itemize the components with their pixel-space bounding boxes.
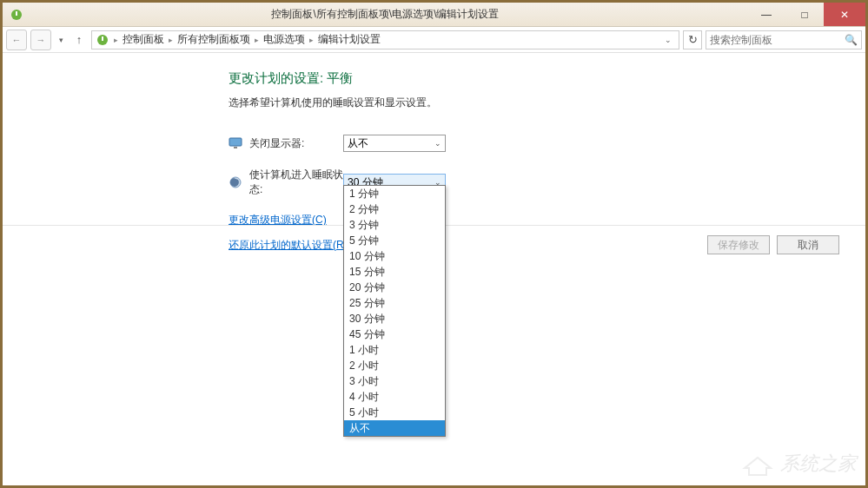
chevron-right-icon: ▸: [169, 36, 173, 44]
dropdown-item[interactable]: 2 小时: [344, 358, 445, 373]
chevron-right-icon: ▸: [255, 36, 259, 44]
svg-rect-3: [102, 36, 103, 41]
titlebar: 控制面板\所有控制面板项\电源选项\编辑计划设置 — □ ✕: [3, 3, 865, 27]
advanced-power-link[interactable]: 更改高级电源设置(C): [229, 214, 327, 226]
minimize-button[interactable]: —: [747, 3, 785, 26]
titlebar-icon: [10, 8, 23, 22]
breadcrumb-item[interactable]: 所有控制面板项: [177, 32, 250, 47]
dropdown-item[interactable]: 10 分钟: [344, 248, 445, 264]
breadcrumb-item[interactable]: 控制面板: [123, 32, 164, 47]
nav-forward-button[interactable]: →: [30, 30, 51, 50]
nav-history-dropdown[interactable]: ▾: [55, 36, 67, 44]
dropdown-item[interactable]: 5 分钟: [344, 233, 445, 248]
breadcrumb-item[interactable]: 电源选项: [263, 32, 305, 47]
dropdown-item[interactable]: 3 小时: [344, 373, 445, 389]
dropdown-item[interactable]: 1 小时: [344, 342, 445, 358]
chevron-right-icon: ▸: [114, 36, 118, 44]
display-icon: [229, 136, 242, 150]
dropdown-item[interactable]: 3 分钟: [344, 217, 445, 233]
setting-row-display: 关闭显示器: 从不 ⌄: [229, 135, 865, 152]
navbar: ← → ▾ ↑ ▸ 控制面板 ▸ 所有控制面板项 ▸ 电源选项 ▸ 编辑计划设置…: [3, 27, 865, 53]
control-panel-icon: [96, 33, 109, 47]
dropdown-item[interactable]: 2 分钟: [344, 201, 445, 217]
watermark-text: 系统之家: [780, 451, 857, 477]
nav-back-button[interactable]: ←: [6, 30, 27, 50]
svg-rect-5: [234, 147, 237, 148]
nav-up-button[interactable]: ↑: [70, 31, 88, 49]
svg-rect-1: [16, 11, 17, 16]
dropdown-item[interactable]: 15 分钟: [344, 264, 445, 280]
dropdown-item[interactable]: 30 分钟: [344, 311, 445, 326]
cancel-button[interactable]: 取消: [777, 235, 839, 254]
dropdown-item[interactable]: 4 小时: [344, 389, 445, 405]
breadcrumb-item[interactable]: 编辑计划设置: [318, 32, 381, 47]
display-off-value: 从不: [348, 136, 368, 151]
watermark: 系统之家: [740, 451, 857, 477]
svg-rect-4: [229, 138, 242, 146]
sleep-dropdown-list: 1 分钟2 分钟3 分钟5 分钟10 分钟15 分钟20 分钟25 分钟30 分…: [343, 185, 446, 437]
dropdown-item[interactable]: 20 分钟: [344, 280, 445, 295]
content-area: 更改计划的设置: 平衡 选择希望计算机使用的睡眠设置和显示设置。 关闭显示器: …: [3, 53, 865, 485]
search-input[interactable]: [710, 34, 845, 46]
breadcrumb-dropdown[interactable]: ⌄: [661, 36, 675, 44]
chevron-right-icon: ▸: [309, 36, 314, 44]
window-controls: — □ ✕: [747, 3, 865, 26]
chevron-down-icon: ⌄: [434, 139, 441, 148]
close-button[interactable]: ✕: [824, 3, 865, 26]
dropdown-item[interactable]: 1 分钟: [344, 186, 445, 201]
display-off-select[interactable]: 从不 ⌄: [343, 135, 446, 152]
page-description: 选择希望计算机使用的睡眠设置和显示设置。: [229, 96, 865, 110]
dropdown-item[interactable]: 45 分钟: [344, 326, 445, 342]
setting-row-sleep: 使计算机进入睡眠状态: 30 分钟 ⌄ 1 分钟2 分钟3 分钟5 分钟10 分…: [229, 168, 865, 197]
search-box[interactable]: 🔍: [706, 30, 862, 49]
maximize-button[interactable]: □: [785, 3, 824, 26]
save-button[interactable]: 保存修改: [707, 235, 770, 254]
restore-defaults-link[interactable]: 还原此计划的默认设置(R): [229, 239, 348, 251]
sleep-icon: [229, 175, 242, 189]
breadcrumb[interactable]: ▸ 控制面板 ▸ 所有控制面板项 ▸ 电源选项 ▸ 编辑计划设置 ⌄: [91, 30, 679, 49]
dropdown-item[interactable]: 5 小时: [344, 405, 445, 420]
page-title: 更改计划的设置: 平衡: [229, 70, 865, 87]
window-title: 控制面板\所有控制面板项\电源选项\编辑计划设置: [23, 7, 747, 22]
window: 控制面板\所有控制面板项\电源选项\编辑计划设置 — □ ✕ ← → ▾ ↑ ▸…: [3, 3, 865, 485]
footer-buttons: 保存修改 取消: [707, 235, 839, 254]
refresh-button[interactable]: ↻: [683, 30, 702, 49]
search-icon: 🔍: [845, 34, 858, 46]
dropdown-item[interactable]: 25 分钟: [344, 295, 445, 311]
display-off-label: 关闭显示器:: [249, 136, 343, 151]
sleep-label: 使计算机进入睡眠状态:: [249, 168, 343, 197]
dropdown-item[interactable]: 从不: [344, 420, 445, 436]
